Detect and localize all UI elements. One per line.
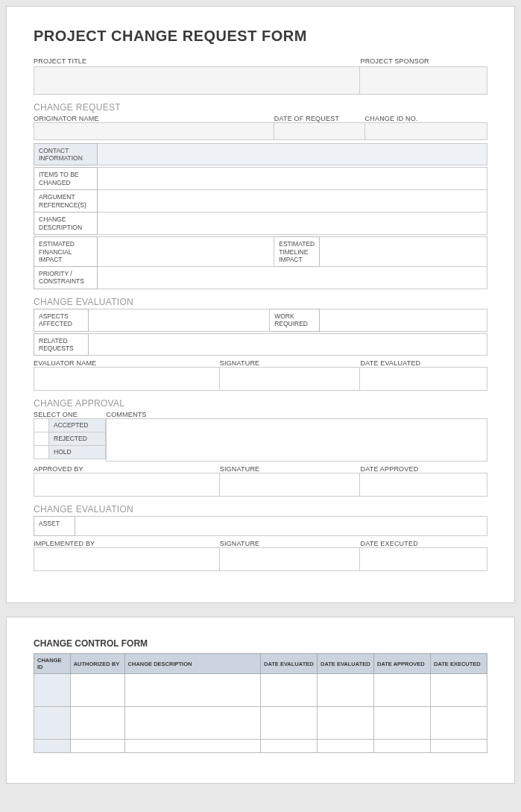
- section-change-evaluation: CHANGE EVALUATION: [34, 297, 487, 307]
- aspects-label: ASPECTS AFFECTED: [34, 309, 89, 331]
- eval-signature-input[interactable]: [220, 367, 361, 391]
- ctrl-cell[interactable]: [70, 674, 124, 707]
- ctrl-cell[interactable]: [373, 707, 430, 740]
- appr-signature-input[interactable]: [220, 473, 361, 497]
- est-timeline-input[interactable]: [320, 237, 487, 267]
- ctrl-cell[interactable]: [124, 740, 260, 753]
- project-header-row: PROJECT TITLE PROJECT SPONSOR: [34, 57, 487, 95]
- ctrl-cell[interactable]: [373, 674, 430, 707]
- col-date-executed: DATE EXECUTED: [430, 654, 487, 674]
- approved-by-input[interactable]: [34, 473, 220, 497]
- originator-row: ORIGINATOR NAME DATE OF REQUEST CHANGE I…: [34, 114, 487, 140]
- items-changed-label: ITEMS TO BE CHANGED: [34, 168, 98, 190]
- eval-signature-label: SIGNATURE: [220, 359, 260, 367]
- change-id-label: CHANGE ID NO.: [365, 115, 418, 122]
- aspects-input[interactable]: [88, 309, 269, 331]
- project-title-input[interactable]: [34, 66, 360, 95]
- asset-row: ASSET: [34, 516, 487, 536]
- priority-input[interactable]: [98, 266, 487, 289]
- est-financial-label: ESTIMATED FINANCIAL IMPACT: [34, 237, 98, 267]
- ctrl-cell[interactable]: [430, 740, 487, 753]
- ctrl-cell[interactable]: [34, 674, 71, 707]
- priority-label: PRIORITY / CONSTRAINTS: [34, 266, 98, 289]
- control-table: CHANGE ID AUTHORIZED BY CHANGE DESCRIPTI…: [34, 653, 487, 753]
- cr-detail-grid: CONTACT INFORMATION ITEMS TO BE CHANGED …: [34, 143, 487, 289]
- impl-signature-label: SIGNATURE: [220, 540, 260, 547]
- ctrl-cell[interactable]: [373, 740, 430, 753]
- appr-signature-label: SIGNATURE: [220, 465, 260, 473]
- approval-sig-row: APPROVED BY SIGNATURE DATE APPROVED: [34, 465, 487, 497]
- rejected-checkbox[interactable]: [34, 432, 49, 446]
- comments-input[interactable]: [106, 418, 487, 462]
- contact-info-input[interactable]: [98, 144, 487, 166]
- eval-grid: ASPECTS AFFECTED WORK REQUIRED RELATED R…: [34, 309, 487, 356]
- date-evaluated-input[interactable]: [360, 367, 487, 391]
- project-title-label: PROJECT TITLE: [34, 57, 86, 65]
- related-req-input[interactable]: [88, 333, 487, 355]
- rejected-label: REJECTED: [49, 432, 106, 446]
- ctrl-cell[interactable]: [260, 707, 317, 740]
- originator-name-label: ORIGINATOR NAME: [34, 115, 99, 122]
- accepted-checkbox[interactable]: [34, 419, 49, 432]
- col-change-description: CHANGE DESCRIPTION: [124, 654, 260, 674]
- hold-checkbox[interactable]: [34, 446, 49, 459]
- date-of-request-input[interactable]: [274, 122, 365, 140]
- date-evaluated-label: DATE EVALUATED: [360, 359, 420, 367]
- ctrl-cell[interactable]: [430, 674, 487, 707]
- argument-ref-label: ARGUMENT REFERENCE(S): [34, 190, 98, 213]
- asset-input[interactable]: [75, 517, 487, 536]
- section-change-request: CHANGE REQUEST: [34, 102, 487, 113]
- evaluator-name-input[interactable]: [34, 367, 220, 391]
- page-2: CHANGE CONTROL FORM CHANGE ID AUTHORIZED…: [6, 617, 515, 784]
- ctrl-cell[interactable]: [317, 674, 373, 707]
- eval-sig-row: EVALUATOR NAME SIGNATURE DATE EVALUATED: [34, 359, 487, 391]
- implemented-by-input[interactable]: [34, 547, 220, 571]
- originator-name-input[interactable]: [34, 122, 274, 140]
- col-change-id: CHANGE ID: [34, 654, 71, 674]
- approval-options: ACCEPTED REJECTED HOLD: [34, 418, 106, 459]
- project-sponsor-label: PROJECT SPONSOR: [360, 57, 429, 65]
- section-change-approval: CHANGE APPROVAL: [34, 398, 487, 409]
- change-id-input[interactable]: [365, 122, 487, 140]
- ctrl-cell[interactable]: [124, 707, 260, 740]
- ctrl-cell[interactable]: [70, 707, 124, 740]
- comments-label: COMMENTS: [106, 411, 146, 418]
- asset-label: ASSET: [34, 517, 75, 536]
- accepted-label: ACCEPTED: [49, 419, 106, 432]
- ctrl-cell[interactable]: [124, 674, 260, 707]
- ctrl-cell[interactable]: [430, 707, 487, 740]
- ctrl-cell[interactable]: [260, 740, 317, 753]
- ctrl-cell[interactable]: [317, 707, 373, 740]
- control-form-title: CHANGE CONTROL FORM: [34, 638, 487, 649]
- col-authorized-by: AUTHORIZED BY: [70, 654, 124, 674]
- form-title: PROJECT CHANGE REQUEST FORM: [34, 28, 487, 45]
- select-one-label: SELECT ONE: [34, 411, 78, 418]
- col-date-approved: DATE APPROVED: [373, 654, 430, 674]
- section-change-evaluation2: CHANGE EVALUATION: [34, 504, 487, 514]
- col-date-evaluated2: DATE EVALUATED: [317, 654, 373, 674]
- project-sponsor-input[interactable]: [360, 66, 487, 95]
- table-row: [34, 674, 487, 707]
- table-row: [34, 707, 487, 740]
- ctrl-cell[interactable]: [70, 740, 124, 753]
- implemented-by-label: IMPLEMENTED BY: [34, 540, 95, 547]
- ctrl-cell[interactable]: [34, 740, 71, 753]
- ctrl-cell[interactable]: [317, 740, 373, 753]
- hold-label: HOLD: [49, 446, 106, 459]
- ctrl-cell[interactable]: [260, 674, 317, 707]
- date-executed-input[interactable]: [360, 547, 487, 571]
- col-date-evaluated: DATE EVALUATED: [260, 654, 317, 674]
- argument-ref-input[interactable]: [98, 190, 487, 213]
- approved-by-label: APPROVED BY: [34, 465, 83, 473]
- approval-grid: SELECT ONE COMMENTS ACCEPTED REJECTED: [34, 410, 487, 462]
- change-desc-label: CHANGE DESCRIPTION: [34, 213, 98, 235]
- impl-signature-input[interactable]: [220, 547, 361, 571]
- table-row: [34, 740, 487, 753]
- est-financial-input[interactable]: [98, 237, 274, 267]
- date-approved-input[interactable]: [360, 473, 487, 497]
- work-req-input[interactable]: [320, 309, 487, 331]
- change-desc-input[interactable]: [98, 213, 487, 235]
- items-changed-input[interactable]: [98, 168, 487, 190]
- impl-sig-row: IMPLEMENTED BY SIGNATURE DATE EXECUTED: [34, 539, 487, 571]
- ctrl-cell[interactable]: [34, 707, 71, 740]
